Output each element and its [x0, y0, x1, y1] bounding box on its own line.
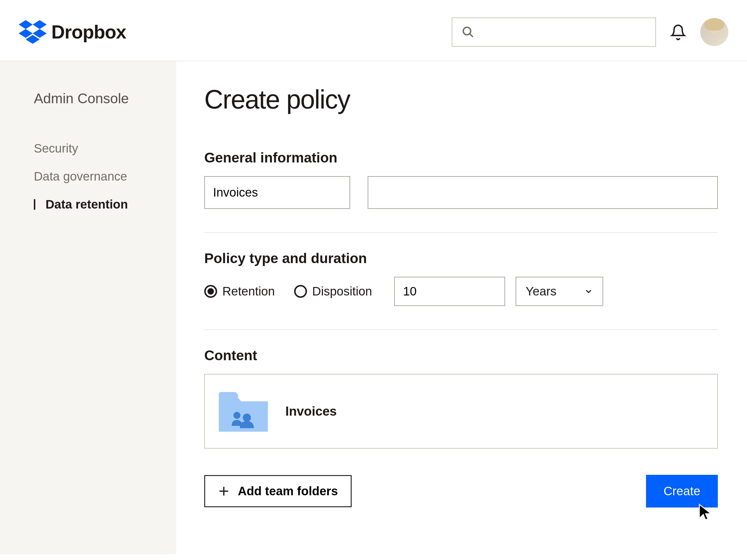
- add-folders-label: Add team folders: [238, 484, 338, 498]
- brand-logo[interactable]: Dropbox: [19, 20, 126, 44]
- section-general: General information: [204, 150, 718, 233]
- sidebar: Admin Console Security Data governance D…: [0, 61, 176, 554]
- team-folder-icon: [219, 391, 268, 432]
- radio-label: Disposition: [312, 284, 372, 298]
- section-title-policy: Policy type and duration: [204, 250, 718, 266]
- bell-icon[interactable]: [670, 24, 686, 40]
- unit-label: Years: [525, 284, 557, 298]
- radio-circle-icon: [204, 285, 217, 298]
- radio-retention[interactable]: Retention: [204, 284, 275, 298]
- cursor-icon: [696, 503, 715, 522]
- svg-point-2: [233, 412, 240, 419]
- sidebar-item-label: Data retention: [46, 197, 128, 211]
- plus-icon: [218, 485, 230, 497]
- page-title: Create policy: [204, 85, 718, 115]
- section-title-general: General information: [204, 150, 718, 166]
- sidebar-item-label: Data governance: [34, 169, 127, 183]
- svg-point-0: [463, 27, 471, 35]
- sidebar-item-data-retention[interactable]: Data retention: [34, 197, 160, 211]
- policy-name-input[interactable]: [204, 176, 350, 209]
- radio-circle-icon: [294, 285, 307, 298]
- header: Dropbox: [0, 0, 747, 61]
- brand-name: Dropbox: [51, 21, 126, 43]
- sidebar-item-label: Security: [34, 141, 78, 156]
- add-team-folders-button[interactable]: Add team folders: [204, 475, 352, 507]
- dropbox-icon: [19, 20, 47, 44]
- section-title-content: Content: [204, 347, 718, 364]
- search-icon: [462, 26, 474, 38]
- main-content: Create policy General information Policy…: [176, 61, 747, 554]
- chevron-down-icon: [584, 287, 593, 296]
- sidebar-item-data-governance[interactable]: Data governance: [34, 169, 160, 183]
- duration-input[interactable]: [394, 277, 505, 306]
- section-policy-type: Policy type and duration Retention Dispo…: [204, 250, 718, 330]
- folder-name: Invoices: [285, 404, 337, 419]
- create-button[interactable]: Create: [646, 475, 718, 507]
- create-label: Create: [664, 484, 700, 498]
- duration-unit-select[interactable]: Years: [516, 277, 603, 306]
- svg-line-1: [470, 34, 473, 37]
- radio-disposition[interactable]: Disposition: [294, 284, 372, 298]
- avatar[interactable]: [700, 18, 728, 46]
- policy-description-input[interactable]: [368, 176, 718, 209]
- section-content: Content Invoices: [204, 347, 718, 507]
- svg-point-3: [243, 414, 251, 422]
- sidebar-item-security[interactable]: Security: [34, 141, 160, 156]
- content-folder-row[interactable]: Invoices: [204, 374, 718, 449]
- header-right: [452, 18, 728, 47]
- search-input[interactable]: [452, 18, 656, 47]
- radio-label: Retention: [222, 284, 275, 298]
- sidebar-title: Admin Console: [34, 90, 160, 106]
